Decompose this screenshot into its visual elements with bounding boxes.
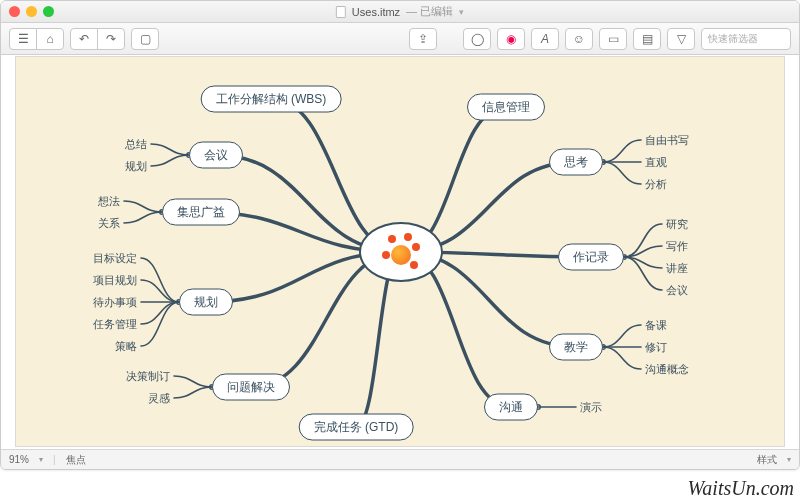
emoji-button[interactable]: ☺ [565,28,593,50]
leaf-node[interactable]: 写作 [666,239,688,254]
filter-button[interactable]: ▽ [667,28,695,50]
view-group: ☰ ⌂ [9,28,64,50]
branch-label: 信息管理 [482,99,530,116]
app-logo-icon [382,233,420,271]
branch-think[interactable]: 思考 [549,149,603,176]
chevron-down-icon: ▾ [459,7,464,17]
chevron-down-icon: ▾ [39,455,43,464]
history-group: ↶ ↷ [70,28,125,50]
leaf-node[interactable]: 自由书写 [645,133,689,148]
branch-label: 思考 [564,154,588,171]
leaf-node[interactable]: 演示 [580,400,602,415]
search-input[interactable]: 快速筛选器 [701,28,791,50]
indent-button[interactable]: ▢ [131,28,159,50]
leaf-node[interactable]: 研究 [666,217,688,232]
share-button[interactable]: ⇪ [409,28,437,50]
tag-button[interactable]: ◯ [463,28,491,50]
watermark: WaitsUn.com [688,477,794,500]
leaf-node[interactable]: 修订 [645,340,667,355]
close-icon[interactable] [9,6,20,17]
leaf-node[interactable]: 备课 [645,318,667,333]
focus-label[interactable]: 焦点 [66,453,86,467]
leaf-node[interactable]: 待办事项 [93,295,137,310]
view-mode-1[interactable]: ☰ [9,28,37,50]
leaf-node[interactable]: 策略 [115,339,137,354]
filename: Uses.itmz [352,6,400,18]
titlebar: Uses.itmz — 已编辑 ▾ [1,1,799,23]
branch-brain[interactable]: 集思广益 [162,199,240,226]
note-button[interactable]: ▤ [633,28,661,50]
leaf-node[interactable]: 沟通概念 [645,362,689,377]
redo-button[interactable]: ↷ [97,28,125,50]
leaf-node[interactable]: 规划 [125,159,147,174]
leaf-node[interactable]: 直观 [645,155,667,170]
zoom-icon[interactable] [43,6,54,17]
branch-notes[interactable]: 作记录 [558,244,624,271]
branch-meet[interactable]: 会议 [189,142,243,169]
leaf-node[interactable]: 关系 [98,216,120,231]
branch-label: 集思广益 [177,204,225,221]
leaf-node[interactable]: 灵感 [148,391,170,406]
image-button[interactable]: ▭ [599,28,627,50]
color-button[interactable]: ◉ [497,28,525,50]
branch-comm[interactable]: 沟通 [484,394,538,421]
central-node[interactable] [359,222,443,282]
minimize-icon[interactable] [26,6,37,17]
branch-solve[interactable]: 问题解决 [212,374,290,401]
document-title[interactable]: Uses.itmz — 已编辑 ▾ [336,4,464,19]
zoom-level[interactable]: 91% [9,454,29,465]
font-button[interactable]: A [531,28,559,50]
branch-label: 规划 [194,294,218,311]
branch-label: 完成任务 (GTD) [314,419,399,436]
branch-label: 作记录 [573,249,609,266]
branch-plan[interactable]: 规划 [179,289,233,316]
branch-label: 会议 [204,147,228,164]
branch-gtd[interactable]: 完成任务 (GTD) [299,414,414,441]
leaf-node[interactable]: 项目规划 [93,273,137,288]
app-window: Uses.itmz — 已编辑 ▾ ☰ ⌂ ↶ ↷ ▢ ⇪ ◯ ◉ A ☺ ▭ … [0,0,800,470]
view-mode-2[interactable]: ⌂ [36,28,64,50]
leaf-node[interactable]: 讲座 [666,261,688,276]
branch-wbs[interactable]: 工作分解结构 (WBS) [201,86,342,113]
style-label[interactable]: 样式 [757,453,777,467]
edited-status: — 已编辑 [406,4,453,19]
leaf-node[interactable]: 决策制订 [126,369,170,384]
canvas[interactable]: 工作分解结构 (WBS)信息管理会议总结规划思考自由书写直观分析集思广益想法关系… [15,56,785,447]
branch-label: 教学 [564,339,588,356]
leaf-node[interactable]: 总结 [125,137,147,152]
leaf-node[interactable]: 任务管理 [93,317,137,332]
mindmap: 工作分解结构 (WBS)信息管理会议总结规划思考自由书写直观分析集思广益想法关系… [16,57,784,446]
window-controls [9,6,54,17]
branch-label: 工作分解结构 (WBS) [216,91,327,108]
leaf-node[interactable]: 分析 [645,177,667,192]
toolbar: ☰ ⌂ ↶ ↷ ▢ ⇪ ◯ ◉ A ☺ ▭ ▤ ▽ 快速筛选器 [1,23,799,55]
document-icon [336,6,346,18]
branch-info[interactable]: 信息管理 [467,94,545,121]
branch-label: 问题解决 [227,379,275,396]
leaf-node[interactable]: 想法 [98,194,120,209]
leaf-node[interactable]: 目标设定 [93,251,137,266]
statusbar: 91% ▾ | 焦点 样式 ▾ [1,449,799,469]
undo-button[interactable]: ↶ [70,28,98,50]
leaf-node[interactable]: 会议 [666,283,688,298]
branch-label: 沟通 [499,399,523,416]
chevron-down-icon: ▾ [787,455,791,464]
branch-teach[interactable]: 教学 [549,334,603,361]
